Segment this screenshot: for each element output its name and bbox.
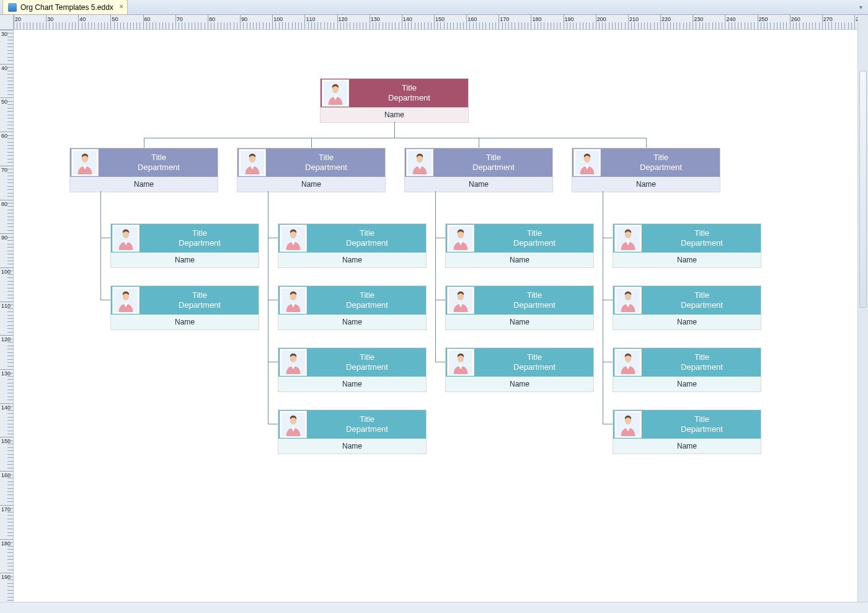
org-node-title: Title bbox=[350, 83, 468, 93]
org-node-title: Title bbox=[308, 228, 426, 238]
connector bbox=[394, 122, 395, 138]
person-icon bbox=[281, 413, 305, 436]
connector bbox=[435, 300, 445, 300]
person-icon bbox=[281, 289, 305, 312]
avatar bbox=[71, 149, 99, 176]
org-node-title: Title bbox=[308, 414, 426, 424]
org-node-name: Name bbox=[446, 253, 593, 267]
org-node-title-block: TitleDepartment bbox=[643, 290, 761, 311]
org-node-header: TitleDepartment bbox=[111, 224, 259, 253]
org-node-manager-0[interactable]: TitleDepartmentName bbox=[69, 148, 218, 192]
org-node-root-0[interactable]: TitleDepartmentName bbox=[320, 78, 469, 123]
canvas[interactable]: TitleDepartmentName TitleDepartmentName … bbox=[14, 30, 857, 594]
org-node-manager-2[interactable]: TitleDepartmentName bbox=[404, 148, 553, 192]
avatar bbox=[322, 79, 349, 107]
person-icon bbox=[324, 81, 347, 105]
avatar bbox=[112, 287, 140, 314]
org-node-title-block: TitleDepartment bbox=[267, 153, 385, 173]
org-node-staff-3-1[interactable]: TitleDepartmentName bbox=[613, 285, 761, 330]
connector bbox=[603, 362, 613, 362]
connector bbox=[603, 238, 613, 238]
connector bbox=[268, 238, 278, 238]
org-node-department: Department bbox=[643, 424, 761, 434]
tab-overflow-icon[interactable]: ▾ bbox=[856, 2, 866, 12]
org-node-staff-1-0[interactable]: TitleDepartmentName bbox=[278, 223, 427, 268]
org-node-name: Name bbox=[446, 377, 593, 392]
org-node-department: Department bbox=[308, 424, 426, 434]
org-node-name: Name bbox=[321, 107, 468, 122]
tab-bar: Org Chart Templates 5.eddx × ▾ bbox=[0, 0, 868, 15]
canvas-viewport[interactable]: TitleDepartmentName TitleDepartmentName … bbox=[14, 30, 868, 602]
org-node-staff-1-2[interactable]: TitleDepartmentName bbox=[278, 347, 427, 392]
org-node-header: TitleDepartment bbox=[111, 286, 259, 315]
connector bbox=[435, 362, 445, 362]
document-tab[interactable]: Org Chart Templates 5.eddx × bbox=[2, 0, 128, 14]
org-node-title-block: TitleDepartment bbox=[100, 153, 218, 173]
connector bbox=[646, 138, 647, 148]
org-node-staff-3-3[interactable]: TitleDepartmentName bbox=[613, 409, 761, 454]
org-node-department: Department bbox=[267, 163, 385, 172]
org-node-staff-1-1[interactable]: TitleDepartmentName bbox=[278, 285, 427, 330]
org-node-header: TitleDepartment bbox=[405, 148, 552, 177]
avatar bbox=[406, 149, 433, 176]
connector bbox=[144, 138, 144, 148]
org-node-title: Title bbox=[643, 228, 761, 238]
org-node-manager-1[interactable]: TitleDepartmentName bbox=[237, 148, 386, 192]
org-node-department: Department bbox=[643, 362, 761, 372]
org-node-title: Title bbox=[435, 153, 552, 163]
org-node-staff-2-2[interactable]: TitleDepartmentName bbox=[445, 347, 594, 392]
connector bbox=[435, 191, 436, 362]
org-node-title-block: TitleDepartment bbox=[308, 290, 426, 311]
org-node-staff-3-0[interactable]: TitleDepartmentName bbox=[613, 223, 761, 268]
avatar bbox=[614, 411, 642, 438]
avatar bbox=[447, 225, 474, 252]
org-node-staff-2-1[interactable]: TitleDepartmentName bbox=[445, 285, 594, 330]
org-node-title-block: TitleDepartment bbox=[350, 83, 468, 104]
scroll-thumb[interactable] bbox=[859, 71, 867, 308]
person-icon bbox=[281, 226, 305, 250]
org-node-title: Title bbox=[643, 352, 761, 362]
org-node-title: Title bbox=[100, 153, 218, 163]
org-node-staff-0-0[interactable]: TitleDepartmentName bbox=[110, 223, 259, 268]
org-node-title-block: TitleDepartment bbox=[476, 290, 593, 311]
org-node-department: Department bbox=[476, 362, 593, 372]
org-node-manager-3[interactable]: TitleDepartmentName bbox=[572, 148, 720, 192]
org-node-header: TitleDepartment bbox=[278, 348, 426, 377]
org-node-name: Name bbox=[278, 315, 426, 329]
avatar bbox=[112, 225, 140, 252]
tab-close-icon[interactable]: × bbox=[119, 2, 123, 10]
app-icon bbox=[8, 3, 17, 12]
avatar bbox=[447, 349, 474, 376]
org-node-header: TitleDepartment bbox=[70, 148, 218, 177]
org-node-title-block: TitleDepartment bbox=[308, 414, 426, 435]
person-icon bbox=[73, 151, 97, 174]
ruler-corner bbox=[0, 15, 14, 30]
org-node-title-block: TitleDepartment bbox=[141, 290, 259, 311]
org-node-staff-2-0[interactable]: TitleDepartmentName bbox=[445, 223, 594, 268]
org-node-header: TitleDepartment bbox=[278, 224, 426, 253]
org-node-staff-0-1[interactable]: TitleDepartmentName bbox=[110, 285, 259, 330]
person-icon bbox=[449, 351, 472, 374]
org-node-department: Department bbox=[476, 300, 593, 310]
org-node-department: Department bbox=[435, 163, 552, 172]
avatar bbox=[280, 225, 307, 252]
org-node-staff-3-2[interactable]: TitleDepartmentName bbox=[613, 347, 761, 392]
org-node-department: Department bbox=[602, 163, 720, 172]
org-node-title: Title bbox=[602, 153, 720, 163]
org-node-staff-1-3[interactable]: TitleDepartmentName bbox=[278, 409, 427, 454]
org-node-header: TitleDepartment bbox=[572, 148, 720, 177]
org-node-header: TitleDepartment bbox=[237, 148, 385, 177]
org-node-title: Title bbox=[643, 414, 761, 424]
person-icon bbox=[616, 226, 640, 250]
connector bbox=[603, 191, 603, 424]
org-node-name: Name bbox=[613, 377, 761, 392]
org-node-name: Name bbox=[613, 315, 761, 329]
avatar bbox=[614, 287, 642, 314]
org-node-department: Department bbox=[141, 238, 259, 248]
avatar bbox=[614, 225, 642, 252]
org-node-department: Department bbox=[308, 300, 426, 310]
org-node-department: Department bbox=[308, 238, 426, 248]
org-node-title-block: TitleDepartment bbox=[602, 153, 720, 173]
vertical-scrollbar[interactable] bbox=[857, 15, 868, 602]
avatar bbox=[280, 411, 307, 438]
